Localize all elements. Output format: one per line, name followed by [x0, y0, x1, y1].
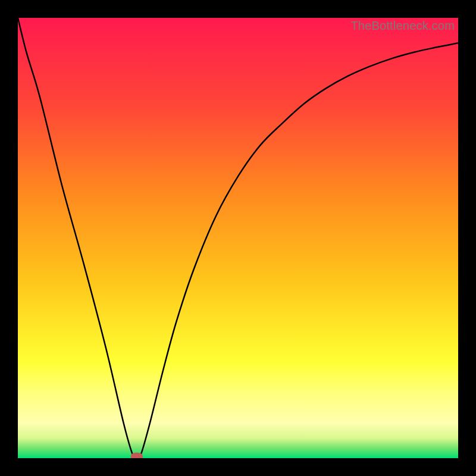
gradient-background [18, 18, 458, 458]
chart-frame: TheBottleneck.com [0, 0, 476, 476]
bottleneck-chart [18, 18, 458, 458]
attribution-label: TheBottleneck.com [350, 19, 455, 33]
